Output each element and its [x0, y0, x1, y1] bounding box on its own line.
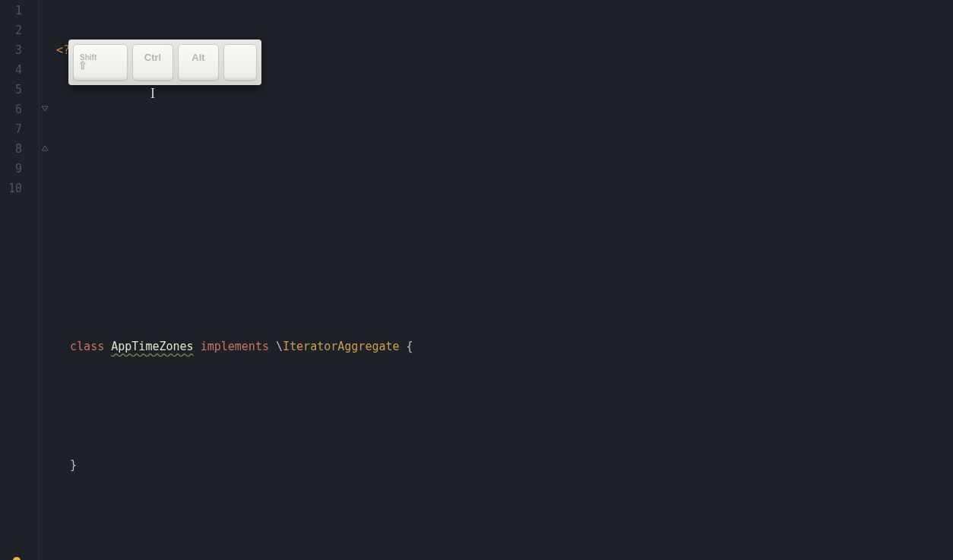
keycap-ctrl: Ctrl: [132, 44, 173, 81]
brace-open: {: [407, 340, 413, 353]
fold-open-icon[interactable]: [40, 104, 49, 113]
line-number: 2: [0, 21, 22, 40]
fold-close-icon[interactable]: [40, 144, 49, 153]
class-name: AppTimeZones: [111, 340, 193, 353]
line-number: 9: [0, 159, 22, 179]
line-number: 8: [0, 139, 22, 159]
line-number: 7: [0, 119, 22, 139]
keycap-label: Alt: [192, 48, 204, 68]
line-number: 5: [0, 80, 22, 100]
keyword-class: class: [70, 340, 104, 353]
interface-name: IteratorAggregate: [283, 340, 400, 353]
intention-bulb-icon[interactable]: [11, 517, 23, 529]
line-number: 4: [0, 60, 22, 80]
line-number-gutter: 1 2 3 4 5 6 7 8 9 10: [0, 0, 40, 560]
keycap-blank: [223, 44, 257, 81]
line-number: 6: [0, 100, 22, 119]
namespace-sep: \: [276, 340, 283, 353]
keycap-label: Ctrl: [144, 48, 161, 68]
keycap-shift: Shift ⇧: [73, 44, 128, 81]
brace-close: }: [70, 458, 77, 472]
keycap-overlay: Shift ⇧ Ctrl Alt: [68, 40, 261, 85]
keycap-alt: Alt: [178, 44, 219, 81]
fold-column: [40, 0, 52, 560]
line-number: 10: [0, 179, 22, 198]
line-number: 1: [0, 1, 22, 21]
text-cursor-icon: I: [150, 84, 155, 103]
keyword-implements: implements: [201, 340, 269, 353]
line-number: 3: [0, 40, 22, 60]
shift-arrow-icon: ⇧: [78, 55, 87, 75]
